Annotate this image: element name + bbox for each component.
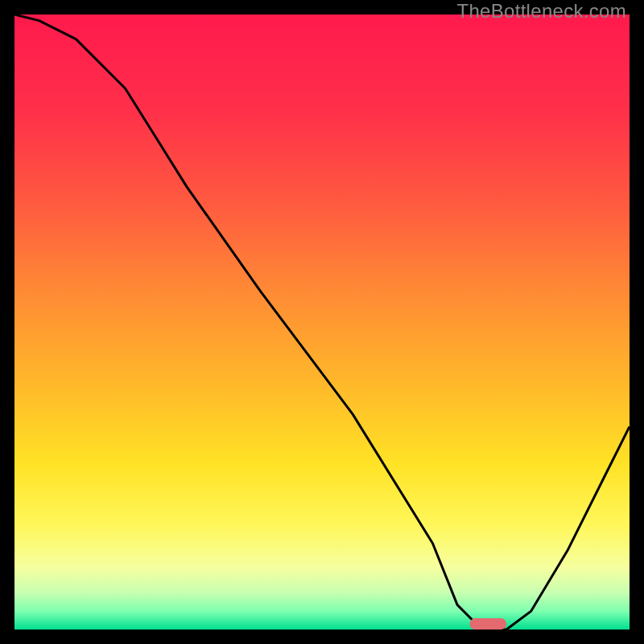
watermark-text: TheBottleneck.com [456,0,626,23]
chart-background [14,14,630,630]
chart-canvas [14,14,630,630]
optimum-marker [469,618,506,630]
chart-frame [14,14,630,630]
